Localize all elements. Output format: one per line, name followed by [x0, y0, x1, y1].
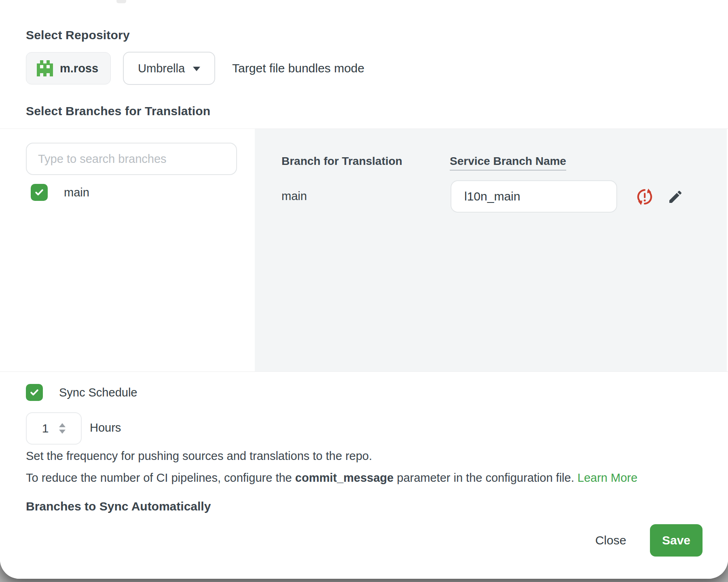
branch-checkbox-label: main — [64, 186, 89, 199]
stepper-down-icon[interactable] — [59, 430, 66, 434]
service-branch-input[interactable] — [451, 180, 617, 213]
ci-note-prefix: To reduce the number of CI pipelines, co… — [26, 471, 295, 484]
close-button[interactable]: Close — [582, 524, 639, 557]
learn-more-link[interactable]: Learn More — [578, 471, 637, 484]
table-row-branch-name: main — [281, 190, 307, 203]
chevron-down-icon — [193, 67, 200, 71]
sync-error-button[interactable] — [636, 188, 654, 206]
target-mode-text: Target file bundles mode — [232, 61, 364, 75]
sync-schedule-checkbox-checked[interactable] — [26, 384, 43, 401]
sync-schedule-section: Sync Schedule 1 Hours Set the frequency … — [0, 372, 728, 579]
ci-note-suffix: parameter in the configuration file. — [394, 471, 578, 484]
commit-message-param: commit_message — [295, 471, 394, 484]
checkmark-icon — [34, 187, 45, 198]
edit-branch-name-button[interactable] — [667, 188, 684, 206]
ci-pipelines-note: To reduce the number of CI pipelines, co… — [26, 471, 637, 485]
project-dropdown[interactable]: Umbrella — [123, 52, 215, 85]
branches-to-sync-heading: Branches to Sync Automatically — [26, 500, 211, 513]
branch-list-item: main — [31, 184, 89, 201]
column-service-branch-name: Service Branch Name — [450, 155, 566, 171]
hours-value: 1 — [42, 422, 49, 435]
repository-row: m.ross Umbrella Target file bundles mode — [26, 52, 364, 85]
branch-search-input[interactable] — [26, 143, 237, 175]
save-button[interactable]: Save — [650, 524, 703, 557]
sync-schedule-row: Sync Schedule — [26, 384, 137, 401]
edit-pencil-icon — [667, 189, 684, 205]
checkmark-icon — [29, 387, 40, 398]
branches-panel: main Branch for Translation Service Bran… — [0, 129, 728, 372]
frequency-description: Set the frequency for pushing sources an… — [26, 449, 372, 463]
sync-schedule-label: Sync Schedule — [59, 386, 137, 399]
branch-checkbox-checked[interactable] — [31, 184, 48, 201]
hours-unit-label: Hours — [90, 421, 121, 434]
repository-button[interactable]: m.ross — [26, 52, 111, 84]
stepper-arrows-icon[interactable] — [59, 423, 66, 434]
column-branch-for-translation: Branch for Translation — [281, 155, 402, 168]
stepper-up-icon[interactable] — [59, 423, 66, 427]
settings-dialog: Select Repository m.ross Umbrella Tar — [0, 0, 728, 579]
hours-stepper[interactable]: 1 — [26, 412, 82, 445]
sync-error-icon — [636, 188, 653, 205]
select-branches-heading: Select Branches for Translation — [26, 104, 210, 118]
repository-name: m.ross — [60, 62, 98, 75]
select-repository-heading: Select Repository — [26, 28, 130, 42]
clipped-scroll-artifact — [116, 0, 126, 3]
pixel-avatar-icon — [37, 60, 53, 76]
project-dropdown-value: Umbrella — [138, 62, 185, 75]
